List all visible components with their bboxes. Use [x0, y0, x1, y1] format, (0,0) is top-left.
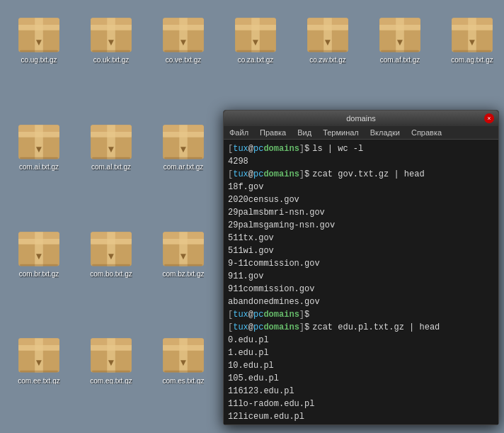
terminal-output-line: 10.edu.pl [228, 359, 494, 372]
file-icon: ▼ [158, 326, 209, 375]
terminal-menu-item[interactable]: Правка [258, 128, 287, 137]
terminal-menu-item[interactable]: Справка [410, 128, 443, 137]
file-icon: ▼ [13, 326, 64, 375]
file-label: com.ai.txt.gz [19, 163, 59, 171]
svg-text:▼: ▼ [323, 37, 332, 47]
file-label: com.ee.txt.gz [18, 377, 59, 385]
file-label: co.zw.txt.gz [309, 56, 346, 64]
file-label: com.br.txt.gz [19, 270, 59, 278]
svg-text:▼: ▼ [178, 357, 188, 368]
svg-rect-137 [92, 371, 130, 373]
file-item[interactable]: ▼com.ai.txt.gz [3, 110, 75, 174]
svg-rect-21 [235, 25, 276, 30]
file-item[interactable]: ▼com.br.txt.gz [3, 217, 75, 281]
svg-rect-17 [164, 50, 202, 52]
prompt-cmd: zcat edu.pl.txt.gz | head [312, 321, 440, 334]
prompt-dir: domains [263, 142, 299, 155]
file-label: com.af.txt.gz [380, 56, 420, 64]
svg-rect-135 [91, 345, 132, 351]
terminal-output-line: 0.edu.pl [228, 334, 494, 347]
close-button[interactable]: × [484, 113, 494, 123]
terminal-output-line: 1.edu.pl [228, 347, 494, 359]
terminal-menu-item[interactable]: Терминал [321, 128, 360, 137]
svg-text:▼: ▼ [106, 250, 115, 261]
terminal-output-line: 116123.edu.pl [228, 385, 494, 398]
terminal-body[interactable]: [tux@pc domains]$ ls | wc -l4298[tux@pc … [224, 140, 498, 424]
file-item[interactable]: ▼com.es.txt.gz [147, 323, 219, 387]
svg-text:▼: ▼ [34, 357, 43, 368]
file-item[interactable]: ▼com.af.txt.gz [364, 3, 436, 67]
file-icon: ▼ [158, 6, 209, 55]
file-item[interactable]: ▼com.ag.txt.gz [436, 3, 504, 67]
svg-rect-35 [381, 50, 419, 52]
file-item[interactable]: ▼co.zw.txt.gz [292, 3, 364, 67]
svg-text:▼: ▼ [34, 37, 43, 47]
terminal-prompt-line: [tux@pc domains]$ zcat edu.pl.txt.gz | h… [228, 321, 494, 334]
file-item[interactable]: ▼com.ee.txt.gz [3, 323, 75, 387]
terminal-prompt-line: [tux@pc domains]$ zcat gov.txt.gz | head [228, 168, 494, 181]
svg-rect-87 [18, 238, 59, 244]
terminal-output-line: 4298 [228, 155, 494, 168]
terminal-title: domains [238, 114, 484, 123]
file-icon: ▼ [86, 220, 137, 269]
terminal-window: domains × ФайлПравкаВидТерминалВкладкиСп… [223, 110, 499, 425]
file-item[interactable]: ▼com.bz.txt.gz [147, 217, 219, 281]
svg-rect-99 [163, 238, 204, 244]
svg-rect-143 [164, 371, 202, 373]
svg-rect-27 [307, 25, 348, 30]
svg-rect-129 [18, 345, 59, 351]
svg-text:▼: ▼ [34, 144, 43, 154]
terminal-prompt-line: [tux@pc domains]$ ls | wc -l [228, 142, 494, 155]
terminal-output-line: 9-11commission.gov [228, 257, 494, 270]
terminal-menu-item[interactable]: Вид [296, 128, 313, 137]
file-label: com.al.txt.gz [91, 163, 131, 171]
file-label: co.za.txt.gz [238, 56, 274, 64]
svg-rect-5 [20, 50, 58, 52]
file-item[interactable]: ▼co.za.txt.gz [219, 3, 292, 67]
terminal-output-line: 29palmsbmri-nsn.gov [228, 206, 494, 219]
svg-rect-101 [164, 264, 202, 266]
file-item[interactable]: ▼co.uk.txt.gz [75, 3, 147, 67]
file-item[interactable]: ▼com.bo.txt.gz [75, 217, 147, 281]
file-item[interactable]: ▼com.eg.txt.gz [75, 323, 147, 387]
svg-rect-23 [236, 50, 275, 52]
svg-rect-51 [91, 132, 132, 137]
file-label: com.bo.txt.gz [90, 270, 132, 278]
terminal-output-line: 511tx.gov [228, 232, 494, 244]
file-item[interactable]: ▼com.al.txt.gz [75, 110, 147, 174]
file-icon: ▼ [302, 6, 353, 55]
file-item[interactable]: ▼com.ar.txt.gz [147, 110, 219, 174]
svg-rect-53 [92, 157, 130, 159]
svg-rect-131 [20, 371, 58, 373]
terminal-menu-item[interactable]: Файл [228, 128, 250, 137]
svg-rect-3 [18, 25, 59, 30]
prompt-user: tux [233, 168, 248, 181]
terminal-output-line: 11lo-radom.edu.pl [228, 398, 494, 410]
prompt-dir: domains [263, 168, 299, 181]
svg-rect-15 [163, 25, 204, 30]
svg-rect-141 [163, 345, 204, 351]
prompt-cmd: ls | wc -l [312, 142, 363, 155]
file-icon: ▼ [158, 113, 209, 162]
svg-text:▼: ▼ [106, 144, 115, 154]
svg-text:▼: ▼ [106, 37, 115, 47]
file-item[interactable]: ▼co.ug.txt.gz [3, 3, 75, 67]
prompt-cmd: zcat gov.txt.gz | head [312, 168, 424, 181]
terminal-menu-item[interactable]: Вкладки [369, 128, 401, 137]
terminal-output-line: 911.gov [228, 270, 494, 283]
file-item[interactable]: ▼co.ve.txt.gz [147, 3, 219, 67]
file-label: com.bz.txt.gz [163, 270, 205, 278]
svg-text:▼: ▼ [395, 37, 404, 47]
prompt-user: tux [233, 142, 248, 155]
svg-rect-93 [91, 238, 132, 244]
terminal-output-line: 29palmsgaming-nsn.gov [228, 219, 494, 232]
terminal-output-line: 13lo.edu.pl [228, 423, 494, 424]
svg-text:▼: ▼ [34, 250, 43, 261]
terminal-output-line: 105.edu.pl [228, 372, 494, 385]
svg-text:▼: ▼ [251, 37, 260, 47]
svg-text:▼: ▼ [106, 357, 115, 368]
svg-rect-89 [20, 264, 58, 266]
file-label: com.eg.txt.gz [90, 377, 132, 385]
prompt-user: tux [233, 321, 248, 334]
svg-rect-47 [20, 157, 58, 159]
